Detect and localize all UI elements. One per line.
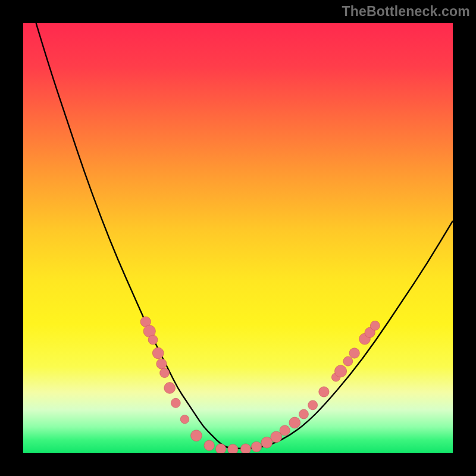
data-dot [148,335,158,345]
data-dot [343,356,353,366]
data-dot [334,365,346,377]
data-dot [240,444,250,453]
data-dot [308,400,318,410]
data-dot [251,441,261,452]
data-dot [349,348,359,358]
data-dot [299,409,309,419]
data-dot [228,444,238,453]
data-dot [160,368,170,378]
data-dot [289,417,300,428]
data-dot [261,437,273,448]
data-dot [370,321,380,330]
data-dot [152,347,164,359]
plot-area [23,23,453,453]
data-dot [280,425,290,436]
data-dot [204,440,214,450]
data-dot [215,444,226,453]
data-dot [319,387,329,397]
data-dot [164,383,176,394]
data-dot [171,398,180,408]
chart-frame: TheBottleneck.com [0,0,476,476]
data-dot [180,415,189,423]
data-dot [156,359,167,369]
data-dots [23,23,453,453]
data-dot [191,430,202,441]
watermark-text: TheBottleneck.com [342,4,470,20]
